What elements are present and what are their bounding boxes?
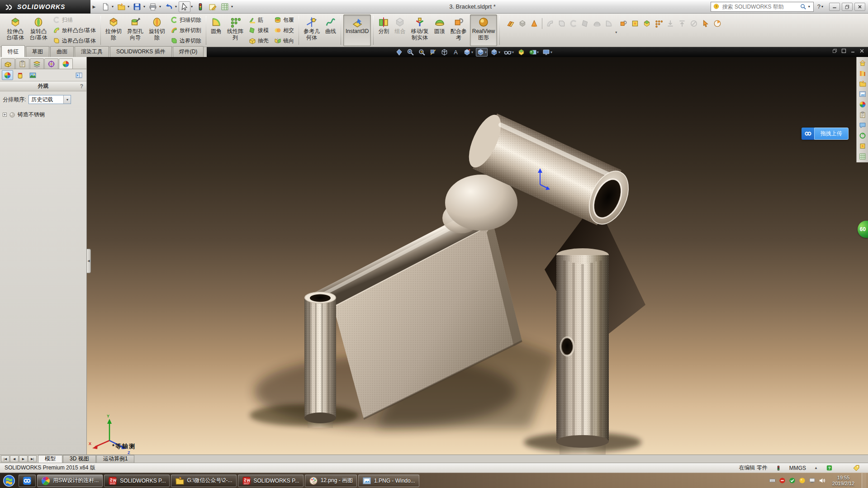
doc-tab-3D 视图[interactable]: 3D 视图 [63, 455, 96, 463]
view-cube-dropdown-arrow[interactable]: ▾ [485, 50, 487, 54]
tab-草图[interactable]: 草图 [26, 46, 49, 57]
file-explorer-tab[interactable] [858, 80, 867, 88]
tab-scroll-button-3[interactable]: ▶| [28, 455, 37, 462]
mini-tool-4[interactable] [545, 18, 555, 29]
open-document-button[interactable] [115, 1, 127, 12]
fillet-button[interactable]: 圆角 [209, 14, 224, 46]
tray-antivirus[interactable] [789, 477, 796, 484]
restore-icon[interactable] [842, 3, 853, 11]
tab-渲染工具[interactable]: 渲染工具 [75, 46, 109, 57]
hole-wizard-button[interactable]: 异型孔向导 [125, 14, 146, 46]
mirror-button[interactable]: 镜向 [272, 36, 296, 46]
taskbar-sw-article[interactable]: 用SW设计的连杆... [37, 474, 103, 487]
configuration-manager-tab[interactable] [30, 58, 44, 69]
solidworks-resources-tab[interactable] [858, 59, 867, 67]
appearance-tree-item[interactable]: 铸造不锈钢 [0, 107, 86, 120]
design-library-tab[interactable] [858, 69, 867, 77]
tab-scroll-button-0[interactable]: |◀ [1, 455, 9, 462]
property-manager-tab[interactable] [15, 58, 29, 69]
display-style-edges-button[interactable]: ▾ [462, 48, 474, 57]
draft-button[interactable]: 拔模 [247, 25, 271, 35]
lofted-boss-base-button[interactable]: 放样凸台/基体 [51, 25, 98, 35]
linear-pattern-button[interactable]: 线性阵列 [225, 14, 246, 46]
document-recovery-tab[interactable] [858, 132, 867, 140]
solidworks-forum-tab[interactable] [858, 121, 867, 129]
options-button[interactable] [207, 1, 218, 12]
menu-flyout-arrow[interactable]: ▶ [90, 5, 98, 9]
zoom-to-area-button[interactable] [406, 48, 415, 57]
extruded-cut-button[interactable]: 拉伸切除 [103, 14, 124, 46]
tab-scroll-button-2[interactable]: ▶ [19, 455, 28, 462]
reference-geometry-button[interactable]: 参考几何体 [301, 14, 322, 46]
panel-help-icon[interactable]: ? [80, 83, 83, 90]
realview-graphics-button[interactable]: RealView图形 [470, 14, 497, 46]
mini-tool-7[interactable] [580, 18, 591, 29]
hide-show-items-dropdown-arrow[interactable]: ▾ [512, 50, 514, 54]
mini-tool-0[interactable] [505, 18, 516, 29]
edit-appearance-button[interactable] [517, 48, 526, 57]
view-orientation-wire-button[interactable] [440, 48, 449, 57]
apply-scene-dropdown-arrow[interactable]: ▾ [537, 50, 539, 54]
expand-plus-icon[interactable] [3, 113, 7, 117]
intersect-button[interactable]: 相交 [272, 25, 296, 35]
pane-tools-2-tab[interactable] [858, 152, 867, 161]
color-appearance-button[interactable] [2, 70, 13, 80]
revolved-boss-base-button[interactable]: 旋转凸台/基体 [27, 14, 49, 46]
taskbar-solidworks-2017[interactable]: 2017SOLIDWORKS P... [238, 474, 304, 487]
revolved-cut-button[interactable]: 旋转切除 [147, 14, 167, 46]
tray-input-indicator[interactable] [769, 477, 776, 484]
open-document-dropdown-arrow[interactable]: ▾ [128, 5, 129, 9]
select-button[interactable] [179, 1, 190, 12]
taskbar-clock[interactable]: 19:552019/2/12 [832, 475, 854, 487]
doc-minimize-icon[interactable] [850, 48, 855, 53]
select-dropdown-arrow[interactable]: ▾ [191, 5, 193, 9]
save-button[interactable] [131, 1, 143, 12]
dome-button[interactable]: 圆顶 [432, 14, 447, 46]
print-button[interactable] [147, 1, 159, 12]
undo-dropdown-arrow[interactable]: ▾ [175, 5, 177, 9]
panel-collapse-handle[interactable]: ◀ [87, 249, 91, 273]
close-icon[interactable] [854, 3, 865, 11]
previous-view-button[interactable] [417, 48, 427, 57]
search-input[interactable] [721, 3, 798, 10]
view-settings-dropdown-arrow[interactable]: ▾ [550, 50, 552, 54]
tab-焊件(D)[interactable]: 焊件(D) [173, 46, 204, 57]
mini-tool-8[interactable] [592, 18, 602, 29]
mini-tool-9[interactable] [603, 18, 614, 29]
rib-button[interactable]: 筋 [247, 15, 271, 25]
extruded-boss-base-button[interactable]: 拉伸凸台/基体 [4, 14, 26, 46]
mini-tool-11[interactable] [618, 18, 629, 29]
tab-特征[interactable]: 特征 [1, 45, 25, 57]
wrap-button[interactable]: 包覆 [272, 15, 296, 25]
mini-tool-17[interactable] [688, 18, 699, 29]
curves-button[interactable]: 曲线 [323, 14, 338, 46]
units-caret-icon[interactable]: ▲ [814, 466, 818, 470]
undo-button[interactable] [163, 1, 175, 12]
boundary-cut-button[interactable]: 边界切除 [168, 36, 204, 46]
display-style-dropdown-arrow[interactable]: ▾ [498, 50, 500, 54]
help-menu[interactable]: ?▾ [817, 3, 825, 10]
dropdown-arrow-icon[interactable]: ▼ [63, 95, 71, 104]
new-document-dropdown-arrow[interactable]: ▾ [112, 5, 114, 9]
mini-tool-13[interactable] [641, 18, 652, 29]
new-document-button[interactable] [100, 1, 111, 12]
custom-properties-tab[interactable] [858, 111, 867, 119]
status-help-icon[interactable]: ? [826, 464, 833, 471]
mini-tool-5[interactable] [556, 18, 567, 29]
minimize-icon[interactable] [829, 3, 840, 11]
print-dropdown-arrow[interactable]: ▾ [159, 5, 161, 9]
show-desktop-button[interactable] [862, 473, 866, 488]
appearances-scenes-tab[interactable] [858, 100, 867, 109]
graphics-area[interactable]: Y X Z *等轴测 拖拽上传 [87, 57, 868, 455]
view-cube-button[interactable]: ▾ [476, 48, 488, 57]
pane-tools-1-tab[interactable] [858, 142, 867, 150]
doc-restore-icon[interactable] [832, 48, 837, 53]
mini-tool-2[interactable] [529, 18, 540, 29]
annotation-views-button[interactable]: A [451, 48, 460, 57]
dimxpert-manager-tab[interactable] [44, 58, 58, 69]
split-button[interactable]: 分割 [376, 14, 391, 46]
start-button[interactable] [1, 473, 17, 488]
lofted-cut-button[interactable]: 放样切割 [168, 25, 204, 35]
swept-cut-button[interactable]: 扫描切除 [168, 15, 204, 25]
zoom-to-fit-button[interactable] [394, 48, 404, 57]
